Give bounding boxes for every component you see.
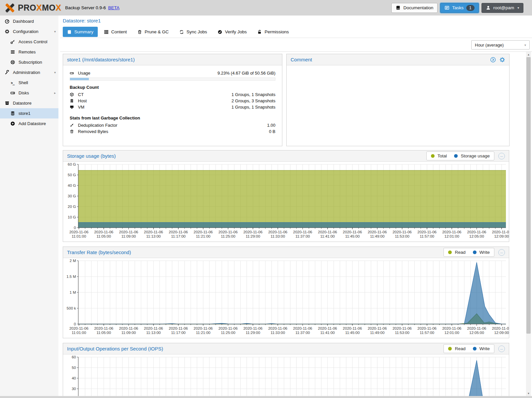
backup-count-row: CT1 Groups, 1 Snapshots bbox=[70, 91, 275, 98]
svg-text:2020-11-06: 2020-11-06 bbox=[94, 230, 113, 234]
svg-text:11:01:00: 11:01:00 bbox=[72, 331, 86, 335]
scrollbar-thumb[interactable] bbox=[526, 57, 531, 334]
beta-link[interactable]: BETA bbox=[108, 5, 119, 10]
book-icon bbox=[396, 5, 401, 10]
window-bottom-edge bbox=[0, 396, 532, 398]
iops-panel: Input/Output Operations per Second (IOPS… bbox=[63, 343, 509, 398]
legend-label: Storage usage bbox=[461, 153, 490, 158]
collapse-chart-button[interactable]: – bbox=[498, 346, 505, 352]
sidebar-item-dashboard[interactable]: Dashboard bbox=[0, 16, 58, 26]
collapse-chart-button[interactable]: – bbox=[498, 249, 505, 256]
comment-body[interactable] bbox=[287, 65, 509, 146]
gear-icon[interactable] bbox=[499, 57, 505, 63]
chevron-down-icon: ▾ bbox=[524, 43, 526, 47]
svg-text:12:01:00: 12:01:00 bbox=[444, 331, 459, 335]
legend-item-total[interactable]: Total bbox=[431, 153, 447, 158]
sidebar-item-subscription[interactable]: Subscription bbox=[0, 57, 58, 67]
svg-text:11:05:00: 11:05:00 bbox=[96, 331, 111, 335]
svg-text:11:33:00: 11:33:00 bbox=[270, 331, 285, 335]
legend-item-write[interactable]: Write bbox=[473, 250, 490, 255]
gc-stat-row: Removed Bytes0 B bbox=[70, 128, 275, 135]
user-menu-button[interactable]: root@pam ▾ bbox=[481, 3, 523, 13]
legend-item-storage-usage[interactable]: Storage usage bbox=[454, 153, 490, 158]
legend-dot-icon bbox=[431, 154, 435, 158]
panel-header: store1 (/mnt/datastores/store1) bbox=[63, 54, 282, 65]
svg-text:11:01:00: 11:01:00 bbox=[72, 234, 86, 238]
backup-count-row: VM1 Groups, 1 Snapshots bbox=[70, 104, 275, 110]
chevron-down-icon[interactable]: ▾ bbox=[54, 71, 56, 74]
svg-text:11:49:00: 11:49:00 bbox=[370, 234, 384, 238]
comment-panel: Comment bbox=[286, 54, 510, 146]
sidebar-item-configuration[interactable]: Configuration▾ bbox=[0, 26, 58, 37]
tab-label: Summary bbox=[74, 29, 93, 34]
stat-label: Deduplication Factor bbox=[78, 123, 117, 128]
grid-icon bbox=[104, 30, 109, 34]
svg-text:2 M: 2 M bbox=[70, 259, 76, 263]
svg-text:2020-11-06: 2020-11-06 bbox=[94, 326, 113, 330]
scroll-up-arrow[interactable]: ▲ bbox=[526, 52, 531, 57]
key-icon bbox=[10, 39, 15, 44]
svg-text:2020-11-06: 2020-11-06 bbox=[492, 326, 509, 330]
panel-header: Transfer Rate (bytes/second)ReadWrite– bbox=[63, 247, 509, 258]
legend-item-write[interactable]: Write bbox=[473, 346, 490, 351]
panel-header: Input/Output Operations per Second (IOPS… bbox=[63, 343, 509, 354]
vertical-scrollbar[interactable]: ▲ ▼ bbox=[526, 52, 531, 398]
tab-permissions[interactable]: Permissions bbox=[253, 27, 293, 37]
svg-text:1 M: 1 M bbox=[70, 290, 76, 294]
svg-text:2020-11-06: 2020-11-06 bbox=[169, 230, 188, 234]
compress-icon bbox=[70, 123, 74, 127]
svg-text:11:09:00: 11:09:00 bbox=[122, 234, 136, 238]
svg-text:12:01:00: 12:01:00 bbox=[444, 234, 459, 238]
hdd-icon bbox=[70, 71, 75, 75]
gear-icon bbox=[5, 29, 10, 34]
sidebar-item-label: Add Datastore bbox=[18, 121, 46, 126]
tab-verify-jobs[interactable]: Verify Jobs bbox=[213, 27, 251, 37]
usage-progress-bar bbox=[70, 78, 275, 81]
chevron-right-icon[interactable]: ▸ bbox=[54, 91, 56, 95]
legend-item-read[interactable]: Read bbox=[448, 250, 465, 255]
tab-sync-jobs[interactable]: Sync Jobs bbox=[175, 27, 211, 37]
tab-label: Prune & GC bbox=[145, 29, 169, 34]
backup-count-row: Host2 Groups, 3 Snapshots bbox=[70, 98, 275, 104]
brand-text: PROXMOX bbox=[18, 3, 61, 13]
collapse-chart-button[interactable]: – bbox=[498, 153, 505, 159]
svg-text:0: 0 bbox=[74, 226, 76, 230]
svg-text:1.5 M: 1.5 M bbox=[66, 275, 76, 279]
sidebar-item-remotes[interactable]: Remotes bbox=[0, 47, 58, 57]
legend-item-read[interactable]: Read bbox=[448, 346, 465, 351]
transfer-rate-panel: Transfer Rate (bytes/second)ReadWrite–05… bbox=[63, 247, 509, 338]
plus-icon bbox=[10, 121, 15, 126]
scroll-down-arrow[interactable]: ▼ bbox=[526, 391, 531, 396]
legend-label: Total bbox=[438, 153, 447, 158]
gauge-icon bbox=[5, 19, 10, 24]
sidebar-item-datastore[interactable]: Datastore bbox=[0, 98, 58, 108]
svg-text:2020-11-06: 2020-11-06 bbox=[343, 326, 362, 330]
documentation-button[interactable]: Documentation bbox=[391, 3, 438, 13]
tasks-button[interactable]: Tasks 1 bbox=[440, 3, 479, 13]
archive-icon bbox=[4, 101, 10, 106]
tab-content[interactable]: Content bbox=[100, 27, 131, 37]
sidebar-item-access-control[interactable]: Access Control bbox=[0, 37, 58, 47]
datastore-summary-body: Usage 9.23% (4.67 GiB of 50.56 GiB) Back… bbox=[63, 65, 282, 135]
svg-text:2020-11-06: 2020-11-06 bbox=[119, 230, 138, 234]
sidebar-item-store1[interactable]: store1 bbox=[0, 108, 58, 118]
svg-text:2020-11-06: 2020-11-06 bbox=[293, 326, 312, 330]
time-range-select[interactable]: Hour (average) ▾ bbox=[471, 40, 530, 50]
tab-prune-gc[interactable]: Prune & GC bbox=[133, 27, 173, 37]
trash-icon bbox=[137, 30, 142, 34]
app-header: PROXMOX Backup Server 0.9-6 BETA Documen… bbox=[0, 0, 532, 16]
building-icon bbox=[70, 99, 75, 103]
svg-text:50 G: 50 G bbox=[68, 173, 76, 177]
sidebar-item-administration[interactable]: Administration▾ bbox=[0, 67, 58, 78]
legend-label: Write bbox=[479, 346, 490, 351]
sidebar-item-shell[interactable]: >_Shell bbox=[0, 78, 58, 88]
tab-label: Content bbox=[111, 29, 127, 34]
panel-title: store1 (/mnt/datastores/store1) bbox=[67, 57, 135, 62]
expand-chevron-circle-icon[interactable] bbox=[490, 57, 496, 63]
sidebar-item-disks[interactable]: Disks▸ bbox=[0, 88, 58, 98]
backup-count-heading: Backup Count bbox=[70, 85, 275, 90]
tab-summary[interactable]: Summary bbox=[63, 27, 98, 37]
db-icon bbox=[10, 111, 15, 116]
chevron-down-icon[interactable]: ▾ bbox=[54, 30, 56, 33]
sidebar-item-add-datastore[interactable]: Add Datastore bbox=[0, 118, 58, 129]
